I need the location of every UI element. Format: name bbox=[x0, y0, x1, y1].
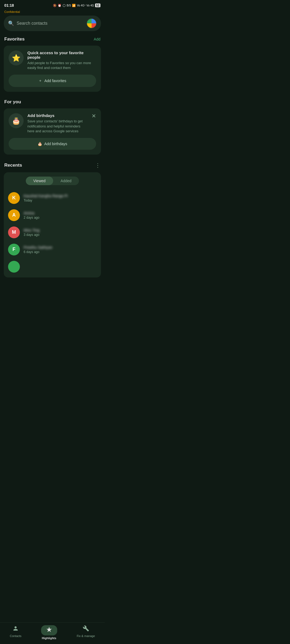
user-avatar[interactable] bbox=[86, 18, 97, 28]
alarm-icon: ⏰ bbox=[58, 4, 61, 7]
star-icon: ⭐ bbox=[12, 54, 20, 62]
contact-name-m: Miss Ting bbox=[24, 228, 39, 232]
recents-toggle-row: Viewed Added bbox=[4, 177, 101, 185]
contact-info-a: Amina 2 days ago bbox=[24, 211, 39, 219]
contact-info-m: Miss Ting 3 days ago bbox=[24, 228, 39, 237]
bluetooth-icon: ⬡ bbox=[63, 3, 66, 8]
contact-name-f: Preethu Sathiyan bbox=[24, 245, 52, 250]
add-birthdays-button[interactable]: 🎂 Add birthdays bbox=[9, 138, 96, 150]
for-you-card-header: 🎂 Add birthdays Save your contacts' birt… bbox=[9, 113, 96, 134]
recent-contact-a[interactable]: A Amina 2 days ago bbox=[4, 207, 101, 224]
search-icon: 🔍 bbox=[8, 20, 14, 26]
favorites-card-content: ⭐ Quick access to your favorite people A… bbox=[9, 50, 96, 70]
favorites-card: ⭐ Quick access to your favorite people A… bbox=[4, 46, 101, 92]
confidential-label: Confidential bbox=[0, 10, 105, 14]
favorites-text: Quick access to your favorite people Add… bbox=[27, 50, 96, 70]
favorites-card-title: Quick access to your favorite people bbox=[27, 50, 96, 60]
avatar-partial bbox=[8, 261, 20, 273]
search-input-placeholder[interactable]: Search contacts bbox=[17, 21, 84, 26]
plus-icon: ＋ bbox=[38, 78, 42, 83]
avatar-k: K bbox=[8, 192, 20, 204]
birthday-icon-wrap: 🎂 bbox=[9, 113, 24, 128]
added-toggle-button[interactable]: Added bbox=[53, 177, 79, 185]
viewed-toggle-button[interactable]: Viewed bbox=[26, 177, 53, 185]
recents-toggle: Viewed Added bbox=[26, 177, 79, 185]
favorites-card-desc: Add people to Favorites so you can more … bbox=[27, 61, 96, 70]
add-favorites-button[interactable]: ＋ Add favorites bbox=[9, 75, 96, 87]
vibrate-icon: 🔕 bbox=[53, 4, 57, 7]
contact-info-k: Kaushal Kangha Ranga Pi Today bbox=[24, 194, 68, 202]
birthday-button-icon: 🎂 bbox=[38, 142, 42, 146]
contact-name-a: Amina bbox=[24, 211, 39, 215]
status-bar: 01:18 🔕 ⏰ ⬡ B/S 📶 Vo 4G⁺ Vo 4G 52 bbox=[0, 0, 105, 10]
add-birthdays-label: Add birthdays bbox=[44, 142, 67, 146]
recents-more-button[interactable]: ⋮ bbox=[95, 162, 100, 169]
battery-icon: 52 bbox=[95, 3, 100, 7]
recent-contact-f[interactable]: F Preethu Sathiyan 6 days ago bbox=[4, 241, 101, 258]
favorites-icon: ⭐ bbox=[9, 50, 24, 65]
contact-time-a: 2 days ago bbox=[24, 216, 39, 219]
add-favorites-label: Add favorites bbox=[44, 79, 66, 83]
avatar-a: A bbox=[8, 209, 20, 221]
cake-icon: 🎂 bbox=[12, 117, 20, 125]
status-icons: 🔕 ⏰ ⬡ B/S 📶 Vo 4G⁺ Vo 4G 52 bbox=[53, 3, 100, 8]
for-you-card-desc: Save your contacts' birthdays to get not… bbox=[27, 119, 88, 134]
for-you-card-title: Add birthdays bbox=[27, 113, 88, 118]
recents-section-header: Recents ⋮ bbox=[0, 160, 105, 171]
wifi-icon: 📶 bbox=[72, 4, 76, 7]
contact-name-k: Kaushal Kangha Ranga Pi bbox=[24, 194, 68, 198]
contact-time-k: Today bbox=[24, 199, 68, 202]
avatar-f: F bbox=[8, 244, 20, 255]
data-icon: B/S bbox=[67, 4, 71, 7]
recents-title: Recents bbox=[4, 163, 22, 168]
signal-icons: Vo 4G⁺ Vo 4G bbox=[77, 4, 94, 7]
favorites-add-action[interactable]: Add bbox=[94, 37, 100, 41]
avatar-m: M bbox=[8, 226, 20, 238]
recent-contact-m[interactable]: M Miss Ting 3 days ago bbox=[4, 224, 101, 241]
search-bar[interactable]: 🔍 Search contacts bbox=[4, 16, 101, 31]
for-you-title: For you bbox=[4, 99, 21, 105]
for-you-section-header: For you bbox=[0, 97, 105, 107]
contact-time-f: 6 days ago bbox=[24, 250, 52, 254]
recents-section: Recents ⋮ Viewed Added K Kaushal Kangha … bbox=[0, 160, 105, 277]
contact-time-m: 3 days ago bbox=[24, 233, 39, 237]
for-you-text: Add birthdays Save your contacts' birthd… bbox=[27, 113, 88, 134]
recent-contact-k[interactable]: K Kaushal Kangha Ranga Pi Today bbox=[4, 189, 101, 207]
recent-contact-partial[interactable] bbox=[4, 258, 101, 275]
for-you-card: 🎂 Add birthdays Save your contacts' birt… bbox=[4, 108, 101, 155]
favorites-title: Favorites bbox=[4, 36, 25, 42]
status-time: 01:18 bbox=[4, 3, 14, 8]
favorites-section-header: Favorites Add bbox=[0, 34, 105, 44]
contact-info-f: Preethu Sathiyan 6 days ago bbox=[24, 245, 52, 254]
for-you-close-button[interactable]: ✕ bbox=[92, 113, 96, 119]
recents-card: Viewed Added K Kaushal Kangha Ranga Pi T… bbox=[4, 172, 101, 277]
